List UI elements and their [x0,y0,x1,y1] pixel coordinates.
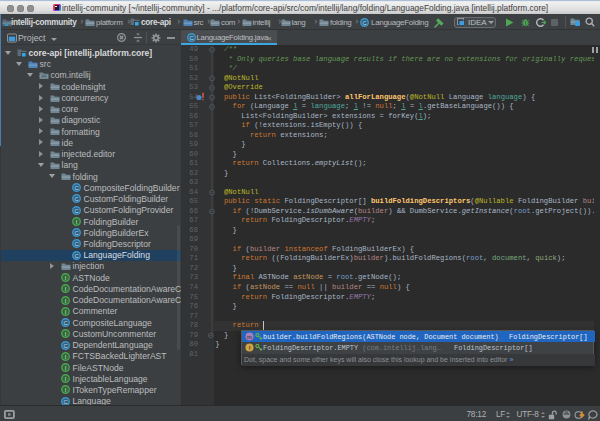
svg-text:C: C [74,241,78,247]
svg-text:C: C [74,196,78,202]
svg-text:C: C [362,19,366,25]
svg-text:C: C [63,342,67,348]
svg-text:C: C [74,207,78,213]
svg-text:C: C [189,34,193,40]
svg-text:C: C [63,398,67,404]
svg-text:C: C [63,320,67,326]
svg-text:m: m [247,334,252,340]
svg-text:C: C [74,185,78,191]
svg-text:C: C [74,252,78,258]
svg-text:C: C [74,230,78,236]
